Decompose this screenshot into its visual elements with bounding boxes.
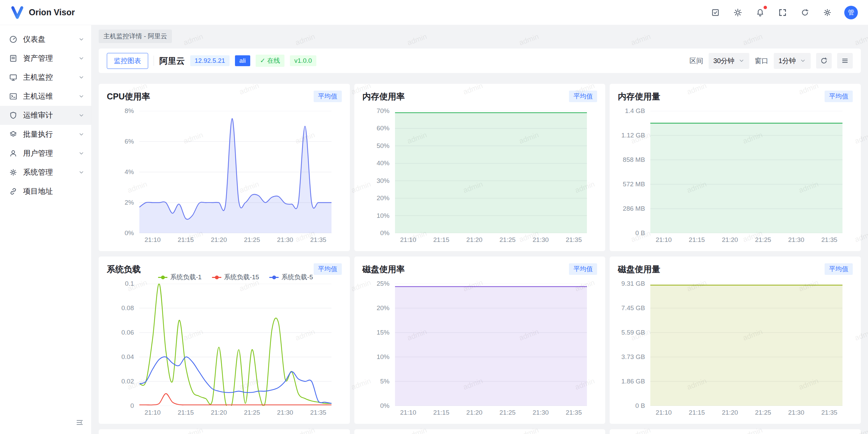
sidebar-item-project-link[interactable]: 项目地址 [0,182,91,201]
theme-icon[interactable] [729,4,747,21]
tab-monitor-charts[interactable]: 监控图表 [107,53,148,69]
y-tick-label: 4% [125,168,134,176]
legend-item[interactable]: 系统负载-15 [212,273,259,282]
chevron-down-icon [78,112,84,118]
host-ip-tag: 12.92.5.21 [190,55,230,66]
sidebar-item-assets[interactable]: 资产管理 [0,49,91,68]
sidebar-item-batch-exec[interactable]: 批量执行 [0,125,91,144]
x-tick-label: 21:30 [788,409,804,416]
refresh-icon[interactable] [796,4,814,21]
sidebar-item-dashboard[interactable]: 仪表盘 [0,30,91,49]
chart-card-memory-usage-pct: 内存使用率 平均值 70%60%50%40%30%20%10%0% 21:102… [354,84,606,251]
window-select[interactable]: 1分钟 [774,53,811,69]
avg-badge: 平均值 [569,91,597,102]
breadcrumb-item[interactable]: 主机监控详情 - 阿里云 [99,30,172,43]
window-label: 窗口 [755,56,768,65]
sidebar: 仪表盘 资产管理 主机监控 主机运维 运维审计 批量执行 [0,25,92,434]
y-axis-labels: 8%6%4%2%0% [107,111,139,233]
x-tick-label: 21:25 [755,236,771,244]
x-tick-label: 21:20 [722,409,738,416]
sidebar-item-system-mgmt[interactable]: 系统管理 [0,163,91,182]
x-axis-labels: 21:1021:1521:2021:2521:3021:35 [650,409,843,418]
sidebar-item-host-monitor[interactable]: 主机监控 [0,68,91,87]
top-bar: Orion Visor 管 [0,0,868,25]
y-tick-label: 1.4 GB [625,107,645,115]
y-tick-label: 20% [377,194,390,202]
x-tick-label: 21:10 [144,409,161,416]
chart-plot[interactable]: 21:1021:1521:2021:2521:3021:35 [650,111,843,246]
audit-icon [9,111,18,120]
chart-card-cpu-usage: CPU使用率 平均值 8%6%4%2%0% 21:1021:1521:2021:… [99,84,350,251]
user-icon [9,149,18,158]
sidebar-item-label: 用户管理 [23,148,73,158]
chart-plot[interactable]: 21:1021:1521:2021:2521:3021:35 [395,284,587,418]
range-label: 区间 [690,56,703,65]
avg-badge: 平均值 [314,91,342,102]
legend-label: 系统负载-1 [170,273,202,282]
x-tick-label: 21:20 [211,236,227,244]
avatar[interactable]: 管 [844,6,858,19]
refresh-charts-icon[interactable] [816,53,832,69]
chevron-down-icon [78,36,84,42]
x-tick-label: 21:25 [499,409,516,416]
chart-legend: 系统负载-1系统负载-15系统负载-5 [139,273,332,282]
x-tick-label: 21:20 [466,236,482,244]
check-square-icon[interactable] [707,4,724,21]
link-icon [9,187,18,196]
y-tick-label: 3.73 GB [622,353,645,361]
dashboard-icon [9,35,18,44]
notification-icon[interactable] [751,4,769,21]
x-tick-label: 21:15 [178,236,194,244]
y-tick-label: 40% [377,159,390,167]
sidebar-item-user-mgmt[interactable]: 用户管理 [0,144,91,163]
x-tick-label: 21:25 [244,409,260,416]
x-tick-label: 21:30 [277,409,293,416]
sidebar-item-label: 批量执行 [23,129,73,139]
chevron-down-icon [800,58,806,64]
chevron-down-icon [78,74,84,80]
y-tick-label: 6% [125,138,134,145]
legend-item[interactable]: 系统负载-5 [269,273,313,282]
x-tick-label: 21:25 [244,236,260,244]
sidebar-item-host-ops[interactable]: 主机运维 [0,87,91,106]
chart-title: 内存使用率 [362,91,405,102]
x-tick-label: 21:35 [566,409,582,416]
sidebar-item-ops-audit[interactable]: 运维审计 [0,106,91,125]
y-axis-labels: 1.4 GB1.12 GB858 MB572 MB286 MB0 B [618,111,650,233]
chart-plot[interactable]: 21:1021:1521:2021:2521:3021:35 [139,111,332,246]
chart-card-memory-usage-amt: 内存使用量 平均值 1.4 GB1.12 GB858 MB572 MB286 M… [610,84,861,251]
y-tick-label: 5.59 GB [622,329,645,336]
x-tick-label: 21:20 [211,409,227,416]
chart-card-disk-usage-amt: 磁盘使用量 平均值 9.31 GB7.45 GB5.59 GB3.73 GB1.… [610,257,861,424]
chart-plot[interactable]: 21:1021:1521:2021:2521:3021:35 [395,111,587,246]
chart-list-icon[interactable] [837,53,853,69]
chart-plot[interactable]: 21:1021:1521:2021:2521:3021:35 [650,284,843,418]
chart-card-disk-usage-pct: 磁盘使用率 平均值 25%20%15%10%5%0% 21:1021:1521:… [354,257,606,424]
y-tick-label: 0 [130,402,134,410]
fullscreen-icon[interactable] [774,4,791,21]
y-tick-label: 0.06 [121,329,134,336]
y-tick-label: 60% [377,125,390,132]
sidebar-item-label: 主机监控 [23,72,73,82]
x-tick-label: 21:25 [499,236,516,244]
y-tick-label: 8% [125,107,134,115]
legend-item[interactable]: 系统负载-1 [158,273,202,282]
x-tick-label: 21:30 [533,236,549,244]
settings-icon[interactable] [818,4,836,21]
y-tick-label: 0% [380,402,389,410]
sidebar-item-label: 系统管理 [23,167,73,177]
chevron-down-icon [78,93,84,99]
version-badge: v1.0.0 [290,55,316,66]
x-tick-label: 21:30 [277,236,293,244]
range-select[interactable]: 30分钟 [709,53,749,69]
x-tick-label: 21:10 [400,409,416,416]
brand[interactable]: Orion Visor [10,5,75,20]
x-tick-label: 21:10 [656,409,672,416]
system-icon [9,168,18,177]
chart-plot[interactable]: 21:1021:1521:2021:2521:3021:35 系统负载-1系统负… [139,284,332,418]
app-root: Orion Visor 管 [0,0,868,434]
y-tick-label: 0 B [635,229,645,237]
menu-fold-icon[interactable] [73,416,86,429]
sidebar-item-label: 项目地址 [23,186,84,196]
avg-badge: 平均值 [569,263,597,275]
